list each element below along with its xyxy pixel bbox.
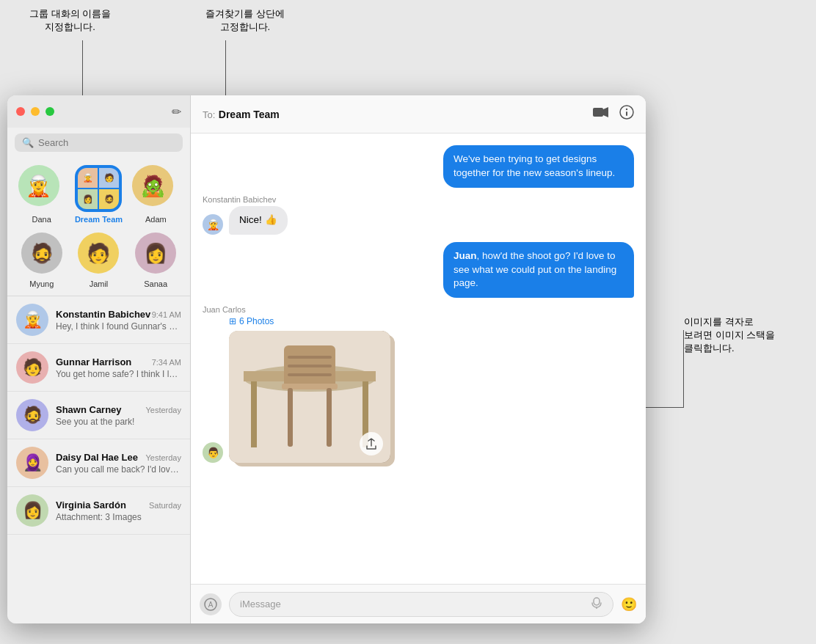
msg-in-konstantin: Konstantin Babichev 🧝 Nice! 👍: [203, 195, 634, 235]
chat-to-label: To:: [203, 109, 215, 120]
conv-info-konstantin: Konstantin Babichev 9:41 AM Hey, I think…: [56, 309, 181, 332]
conv-name-virginia: Virginia Sardón: [56, 500, 126, 511]
msg-bubble-out-1: We've been trying to get designs togethe…: [443, 145, 634, 188]
svg-point-4: [626, 109, 627, 110]
chat-panel: To: Dream Team: [191, 95, 646, 623]
msg-in-juan-photos: Juan Carlos 👨 ⊞ 6 Photos: [203, 305, 634, 463]
svg-rect-19: [594, 598, 600, 605]
msg-bubble-out-2: Juan, how'd the shoot go? I'd love to se…: [443, 242, 634, 299]
messages-window: ✏ 🔍 🧝 Dana 🧝 🧑 👩 🧔: [7, 95, 646, 623]
conv-name-shawn: Shawn Carney: [56, 404, 122, 415]
msg-sender-juan: Juan Carlos: [203, 305, 246, 314]
pinned-row-1: 🧝 Dana 🧝 🧑 👩 🧔 Dream Team 🧟: [7, 158, 190, 227]
audio-icon: [591, 597, 602, 612]
callout-line-1: [82, 40, 83, 103]
maximize-button[interactable]: [45, 107, 54, 116]
msg-with-avatar-juan: 👨 ⊞ 6 Photos: [203, 316, 390, 463]
conv-info-shawn: Shawn Carney Yesterday See you at the pa…: [56, 404, 181, 427]
conv-name-daisy: Daisy Dal Hae Lee: [56, 452, 138, 463]
compose-button[interactable]: ✏: [172, 105, 181, 119]
input-bar: A iMessage 🙂: [191, 584, 646, 623]
photo-main-image[interactable]: [229, 331, 390, 463]
photo-count-label[interactable]: ⊞ 6 Photos: [229, 316, 390, 326]
conv-name-konstantin: Konstantin Babichev: [56, 309, 150, 320]
conv-preview-daisy: Can you call me back? I'd love to hear m…: [56, 464, 181, 475]
pinned-sanaa[interactable]: 👩 Sanaa: [132, 230, 179, 288]
msg-sender-konstantin: Konstantin Babichev: [203, 195, 276, 204]
pinned-dream-team-label: Dream Team: [75, 215, 123, 224]
pinned-row-2: 🧔 Myung 🧑 Jamil 👩 Sanaa: [7, 227, 190, 296]
search-icon: 🔍: [22, 137, 34, 148]
callout-pin-top: 즐겨찾기를 상단에 고정합니다.: [205, 7, 285, 34]
pinned-dream-team[interactable]: 🧝 🧑 👩 🧔 Dream Team: [75, 165, 123, 224]
sidebar: ✏ 🔍 🧝 Dana 🧝 🧑 👩 🧔: [7, 95, 191, 623]
svg-rect-8: [251, 381, 257, 447]
conv-avatar-virginia: 👩: [16, 494, 48, 527]
pinned-dana-label: Dana: [32, 215, 51, 224]
conv-shawn[interactable]: 🧔 Shawn Carney Yesterday See you at the …: [7, 392, 190, 439]
conv-virginia[interactable]: 👩 Virginia Sardón Saturday Attachment: 3…: [7, 487, 190, 535]
conv-avatar-gunnar: 🧑: [16, 351, 48, 384]
minimize-button[interactable]: [31, 107, 40, 116]
chat-header-icons: [593, 105, 634, 123]
conv-info-daisy: Daisy Dal Hae Lee Yesterday Can you call…: [56, 452, 181, 475]
search-bar[interactable]: 🔍: [15, 133, 183, 152]
msg-avatar-konstantin: 🧝: [203, 214, 223, 235]
grid-icon: ⊞: [229, 316, 236, 326]
svg-rect-16: [327, 388, 332, 447]
pinned-jamil[interactable]: 🧑 Jamil: [75, 230, 122, 288]
conv-time-virginia: Saturday: [149, 501, 181, 510]
conv-time-konstantin: 9:41 AM: [152, 310, 181, 319]
search-input[interactable]: [38, 137, 175, 148]
svg-rect-0: [593, 108, 603, 117]
conv-preview-gunnar: You get home safe? I think I lost my wal…: [56, 369, 181, 379]
conv-daisy[interactable]: 🧕 Daisy Dal Hae Lee Yesterday Can you ca…: [7, 439, 190, 487]
conv-gunnar[interactable]: 🧑 Gunnar Harrison 7:34 AM You get home s…: [7, 344, 190, 392]
svg-text:A: A: [208, 601, 214, 609]
conv-avatar-konstantin: 🧝: [16, 304, 48, 336]
callout-vline-3: [683, 330, 684, 407]
svg-rect-11: [288, 356, 332, 359]
msg-bubble-in-konstantin: Nice! 👍: [229, 206, 288, 235]
conv-info-virginia: Virginia Sardón Saturday Attachment: 3 I…: [56, 500, 181, 522]
conv-time-gunnar: 7:34 AM: [152, 358, 181, 367]
msg-juan-highlight: Juan: [453, 250, 477, 261]
conversation-list: 🧝 Konstantin Babichev 9:41 AM Hey, I thi…: [7, 296, 190, 623]
message-input[interactable]: iMessage: [229, 592, 613, 617]
pinned-sanaa-label: Sanaa: [144, 279, 167, 288]
msg-out-1: We've been trying to get designs togethe…: [203, 145, 634, 188]
svg-marker-1: [603, 107, 608, 117]
conv-avatar-daisy: 🧕: [16, 447, 48, 479]
conv-time-daisy: Yesterday: [145, 453, 181, 462]
emoji-button[interactable]: 🙂: [621, 596, 637, 612]
pinned-myung[interactable]: 🧔 Myung: [18, 230, 65, 288]
apps-button[interactable]: A: [200, 593, 222, 615]
conv-info-gunnar: Gunnar Harrison 7:34 AM You get home saf…: [56, 356, 181, 379]
sidebar-titlebar: ✏: [7, 95, 190, 128]
pinned-adam-label: Adam: [145, 215, 167, 224]
pinned-adam[interactable]: 🧟 Adam: [132, 165, 179, 224]
conv-konstantin[interactable]: 🧝 Konstantin Babichev 9:41 AM Hey, I thi…: [7, 296, 190, 344]
video-call-button[interactable]: [593, 106, 609, 122]
conv-time-shawn: Yesterday: [145, 406, 181, 414]
svg-rect-3: [626, 111, 627, 116]
photo-stack[interactable]: [229, 331, 390, 463]
msg-out-2: Juan, how'd the shoot go? I'd love to se…: [203, 242, 634, 299]
chat-title-area: To: Dream Team: [203, 108, 586, 121]
pinned-dana[interactable]: 🧝 Dana: [18, 165, 65, 224]
conv-preview-shawn: See you at the park!: [56, 417, 181, 427]
msg-with-avatar-konstantin: 🧝 Nice! 👍: [203, 206, 288, 235]
svg-rect-13: [288, 373, 332, 376]
callout-group-name: 그룹 대화의 이름을 지정합니다.: [29, 7, 111, 34]
input-placeholder: iMessage: [240, 599, 281, 610]
callout-image-stack: 이미지를 격자로 보려면 이미지 스택을 클릭합니다.: [684, 315, 801, 356]
messages-area: We've been trying to get designs togethe…: [191, 133, 646, 584]
close-button[interactable]: [16, 107, 25, 116]
conv-name-gunnar: Gunnar Harrison: [56, 356, 131, 367]
pinned-myung-label: Myung: [29, 279, 54, 288]
conv-avatar-shawn: 🧔: [16, 399, 48, 431]
conv-preview-konstantin: Hey, I think I found Gunnar's wallet. It…: [56, 321, 181, 332]
info-button[interactable]: [619, 105, 634, 123]
pinned-jamil-label: Jamil: [90, 279, 109, 288]
msg-avatar-juan: 👨: [203, 442, 223, 463]
